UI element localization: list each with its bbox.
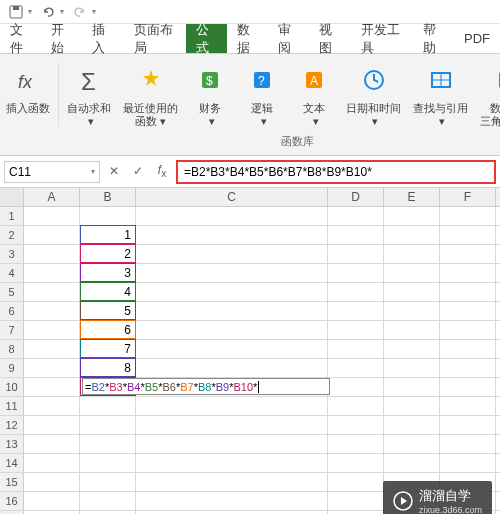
cell-A13[interactable]: [24, 435, 80, 453]
cell-editor[interactable]: =B2*B3*B4*B5*B6*B7*B8*B9*B10*: [82, 378, 330, 395]
row-header-2[interactable]: 2: [0, 226, 24, 244]
qat-customize[interactable]: ▾: [92, 7, 96, 16]
cell-D11[interactable]: [328, 397, 384, 415]
cell-D13[interactable]: [328, 435, 384, 453]
cell-A3[interactable]: [24, 245, 80, 263]
col-header-A[interactable]: A: [24, 188, 80, 206]
row-header-12[interactable]: 12: [0, 416, 24, 434]
cell-B14[interactable]: [80, 454, 136, 472]
name-box[interactable]: C11 ▾: [4, 161, 100, 183]
ribbon-text[interactable]: A文本 ▾: [288, 58, 340, 130]
cell-B5[interactable]: 4: [80, 283, 136, 301]
cell-F12[interactable]: [440, 416, 496, 434]
col-header-D[interactable]: D: [328, 188, 384, 206]
ribbon-clock[interactable]: 日期和时间 ▾: [340, 58, 407, 130]
row-header-16[interactable]: 16: [0, 492, 24, 510]
cell-A9[interactable]: [24, 359, 80, 377]
cell-F14[interactable]: [440, 454, 496, 472]
cell-E2[interactable]: [384, 226, 440, 244]
cell-C13[interactable]: [136, 435, 328, 453]
row-header-10[interactable]: 10: [0, 378, 24, 396]
cell-B7[interactable]: 6: [80, 321, 136, 339]
cell-B9[interactable]: 8: [80, 359, 136, 377]
cell-E3[interactable]: [384, 245, 440, 263]
cell-A8[interactable]: [24, 340, 80, 358]
cell-B2[interactable]: 1: [80, 226, 136, 244]
cell-D1[interactable]: [328, 207, 384, 225]
row-header-4[interactable]: 4: [0, 264, 24, 282]
cell-F11[interactable]: [440, 397, 496, 415]
cell-F10[interactable]: [440, 378, 496, 396]
ribbon-logic[interactable]: ?逻辑 ▾: [236, 58, 288, 130]
cell-B3[interactable]: 2: [80, 245, 136, 263]
cell-E1[interactable]: [384, 207, 440, 225]
cell-B1[interactable]: [80, 207, 136, 225]
tab-10[interactable]: PDF: [454, 24, 500, 53]
tab-1[interactable]: 开始: [41, 24, 82, 53]
ribbon-star[interactable]: 最近使用的 函数 ▾: [117, 58, 184, 130]
cell-C16[interactable]: [136, 492, 328, 510]
cell-A15[interactable]: [24, 473, 80, 491]
ribbon-money[interactable]: $财务 ▾: [184, 58, 236, 130]
cell-C9[interactable]: [136, 359, 328, 377]
tab-5[interactable]: 数据: [227, 24, 268, 53]
row-header-13[interactable]: 13: [0, 435, 24, 453]
tab-7[interactable]: 视图: [309, 24, 350, 53]
cell-C15[interactable]: [136, 473, 328, 491]
ribbon-sigma[interactable]: Σ自动求和 ▾: [61, 58, 117, 130]
cell-D7[interactable]: [328, 321, 384, 339]
cell-F2[interactable]: [440, 226, 496, 244]
cell-F8[interactable]: [440, 340, 496, 358]
cell-C7[interactable]: [136, 321, 328, 339]
cell-D12[interactable]: [328, 416, 384, 434]
row-header-7[interactable]: 7: [0, 321, 24, 339]
cell-E12[interactable]: [384, 416, 440, 434]
cell-A11[interactable]: [24, 397, 80, 415]
cell-C4[interactable]: [136, 264, 328, 282]
cell-E5[interactable]: [384, 283, 440, 301]
cell-C14[interactable]: [136, 454, 328, 472]
cell-E10[interactable]: [384, 378, 440, 396]
tab-4[interactable]: 公式: [186, 24, 227, 53]
cell-C11[interactable]: [136, 397, 328, 415]
tab-2[interactable]: 插入: [82, 24, 123, 53]
tab-8[interactable]: 开发工具: [351, 24, 413, 53]
row-header-6[interactable]: 6: [0, 302, 24, 320]
tab-6[interactable]: 审阅: [268, 24, 309, 53]
cell-E8[interactable]: [384, 340, 440, 358]
cell-E13[interactable]: [384, 435, 440, 453]
col-header-F[interactable]: F: [440, 188, 496, 206]
undo-dropdown[interactable]: ▾: [60, 7, 64, 16]
cell-A10[interactable]: [24, 378, 80, 396]
tab-9[interactable]: 帮助: [413, 24, 454, 53]
cell-B6[interactable]: 5: [80, 302, 136, 320]
cell-A7[interactable]: [24, 321, 80, 339]
col-header-C[interactable]: C: [136, 188, 328, 206]
cell-C1[interactable]: [136, 207, 328, 225]
cell-A6[interactable]: [24, 302, 80, 320]
cell-F7[interactable]: [440, 321, 496, 339]
cell-C6[interactable]: [136, 302, 328, 320]
cell-D4[interactable]: [328, 264, 384, 282]
cell-F6[interactable]: [440, 302, 496, 320]
cell-B13[interactable]: [80, 435, 136, 453]
cell-C12[interactable]: [136, 416, 328, 434]
cell-B12[interactable]: [80, 416, 136, 434]
cell-F4[interactable]: [440, 264, 496, 282]
row-header-11[interactable]: 11: [0, 397, 24, 415]
cell-D3[interactable]: [328, 245, 384, 263]
worksheet[interactable]: ABCDEF 121324354657687981091112131415161…: [0, 188, 500, 514]
undo-icon[interactable]: [38, 2, 58, 22]
row-header-5[interactable]: 5: [0, 283, 24, 301]
cell-F3[interactable]: [440, 245, 496, 263]
cell-C2[interactable]: [136, 226, 328, 244]
ribbon-lookup[interactable]: 查找与引用 ▾: [407, 58, 474, 130]
cell-F5[interactable]: [440, 283, 496, 301]
tab-3[interactable]: 页面布局: [124, 24, 186, 53]
cell-E14[interactable]: [384, 454, 440, 472]
select-all-corner[interactable]: [0, 188, 24, 206]
cell-D5[interactable]: [328, 283, 384, 301]
cell-A5[interactable]: [24, 283, 80, 301]
tab-0[interactable]: 文件: [0, 24, 41, 53]
cell-D14[interactable]: [328, 454, 384, 472]
